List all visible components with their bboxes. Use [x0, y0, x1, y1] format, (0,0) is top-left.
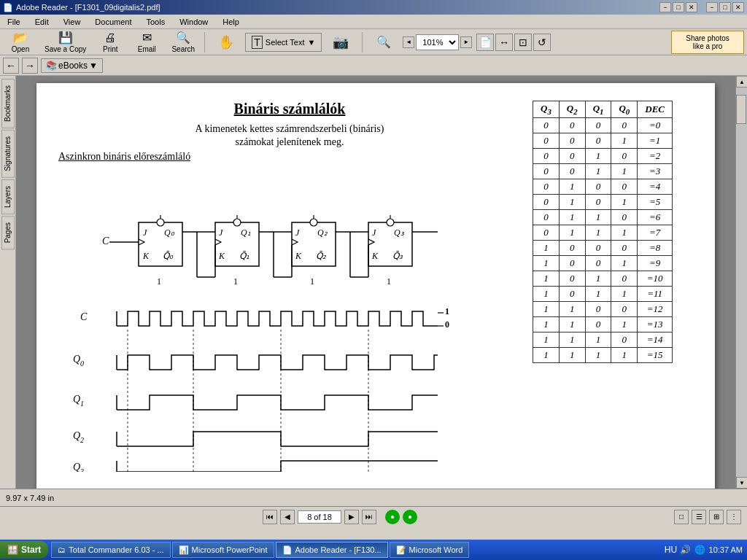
menu-window[interactable]: Window [175, 16, 212, 28]
table-cell: 1 [533, 271, 560, 286]
table-cell: 0 [559, 117, 585, 133]
total-commander-label: Total Commander 6.03 - ... [69, 545, 163, 554]
table-row: 0111=7 [533, 225, 673, 240]
taskbar-adobe-reader[interactable]: 📄 Adobe Reader - [F130... [276, 542, 388, 558]
col-dec: DEC [638, 101, 673, 118]
share-photos-button[interactable]: Share photoslike a pro [671, 31, 744, 54]
close-button[interactable]: ✕ [686, 2, 697, 12]
secondary-toolbar: ← → 📚 eBooks ▼ [0, 55, 747, 76]
svg-text:2: 2 [80, 436, 84, 444]
word-label: Microsoft Word [409, 545, 463, 554]
select-text-button[interactable]: T Select Text ▼ [245, 33, 322, 52]
taskbar-word[interactable]: 📝 Microsoft Word [390, 542, 470, 558]
ebooks-button[interactable]: 📚 eBooks ▼ [41, 58, 103, 73]
close-button-2[interactable]: ✕ [732, 2, 744, 12]
table-cell: 0 [559, 240, 585, 255]
pdf-subtitle-1: A kimenetek kettes számrendszerbeli (bin… [58, 123, 521, 135]
first-page-button[interactable]: ⏮ [263, 510, 277, 524]
table-cell: 0 [533, 194, 560, 209]
table-cell: 1 [559, 225, 585, 240]
fit-width-button[interactable]: ↔ [495, 34, 513, 51]
last-page-button[interactable]: ⏭ [362, 510, 376, 524]
table-row: 1001=9 [533, 255, 673, 271]
keyboard-lang-indicator[interactable]: HU [665, 544, 677, 556]
system-tray: HU 🔊 🌐 10:37 AM [665, 544, 747, 556]
snapshot-button[interactable]: 📷 [323, 31, 358, 54]
start-button[interactable]: 🪟 Start [0, 541, 48, 559]
volume-icon[interactable]: 🔊 [680, 544, 692, 556]
bookmarks-tab[interactable]: Bookmarks [1, 79, 15, 128]
taskbar-powerpoint[interactable]: 📊 Microsoft PowerPoint [172, 542, 274, 558]
menu-view[interactable]: View [59, 16, 85, 28]
menu-edit[interactable]: Edit [31, 16, 53, 28]
table-cell: 0 [559, 271, 585, 286]
zoom-minus-button[interactable]: ◄ [403, 36, 414, 48]
scroll-down-button[interactable]: ▼ [736, 477, 747, 489]
continuous-button[interactable]: ☰ [692, 510, 706, 524]
rotate-button[interactable]: ↺ [533, 34, 551, 51]
taskbar-total-commander[interactable]: 🗂 Total Commander 6.03 - ... [51, 542, 170, 558]
prev-page-button[interactable]: ◀ [280, 510, 295, 524]
maximize-button[interactable]: □ [673, 2, 684, 12]
zoom-in-button[interactable]: 🔍 [366, 31, 401, 54]
table-cell: 0 [611, 332, 638, 347]
full-screen-button[interactable]: ⊡ [514, 34, 532, 51]
table-cell: 0 [585, 133, 611, 148]
table-cell: 1 [533, 286, 560, 301]
col-q1: Q1 [585, 101, 611, 118]
table-cell: =7 [638, 225, 673, 240]
scroll-thumb[interactable] [736, 95, 746, 124]
pdf-area[interactable]: Bináris számlálók A kimenetek kettes szá… [16, 76, 735, 489]
two-page-button[interactable]: ⊞ [709, 510, 724, 524]
zoom-select[interactable]: 101% 75% 100% 125% 150% [416, 34, 459, 50]
forward-button[interactable]: → [22, 58, 38, 74]
open-button[interactable]: 📂 Open [3, 31, 38, 54]
main-area: Bookmarks Signatures Layers Pages Binári… [0, 76, 747, 489]
text-cursor-icon: T [252, 36, 263, 49]
menu-help[interactable]: Help [218, 16, 244, 28]
scroll-up-button[interactable]: ▲ [736, 76, 747, 88]
table-cell: 0 [585, 255, 611, 271]
svg-text:1: 1 [310, 276, 314, 287]
single-page-button[interactable]: □ [674, 510, 689, 524]
pdf-page: Bináris számlálók A kimenetek kettes szá… [36, 83, 715, 489]
separator-2 [362, 32, 363, 52]
next-page-button[interactable]: ▶ [344, 510, 359, 524]
table-cell: 0 [611, 301, 638, 316]
svg-text:J: J [219, 228, 223, 238]
hand-tool-button[interactable]: ✋ [209, 31, 244, 54]
table-cell: 0 [585, 194, 611, 209]
print-button[interactable]: 🖨 Print [93, 31, 128, 54]
scroll-track[interactable] [736, 88, 747, 477]
table-cell: 1 [559, 316, 585, 332]
app-icon: 📄 [3, 3, 13, 12]
email-button[interactable]: ✉ Email [129, 31, 164, 54]
signatures-tab[interactable]: Signatures [1, 130, 15, 178]
audio-button[interactable]: ● [385, 510, 400, 524]
continuous-facing-button[interactable]: ⋮ [727, 510, 741, 524]
zoom-plus-button[interactable]: ► [460, 36, 472, 48]
network-icon[interactable]: 🌐 [694, 544, 706, 556]
menu-tools[interactable]: Tools [142, 16, 170, 28]
minimize-button-2[interactable]: − [706, 2, 718, 12]
fit-page-button[interactable]: 📄 [476, 34, 494, 51]
search-button[interactable]: 🔍 Search [166, 31, 201, 54]
pdf-subtitle-2: számokat jelenítenek meg. [58, 136, 521, 148]
menu-document[interactable]: Document [90, 16, 136, 28]
page-indicator[interactable]: 8 of 18 [298, 510, 341, 524]
table-row: 1110=14 [533, 332, 673, 347]
pages-tab[interactable]: Pages [1, 216, 15, 249]
clock: 10:37 AM [709, 545, 743, 554]
table-cell: 1 [611, 163, 638, 179]
maximize-button-2[interactable]: □ [719, 2, 731, 12]
back-button[interactable]: ← [3, 58, 19, 74]
vertical-scrollbar[interactable]: ▲ ▼ [735, 76, 747, 489]
minimize-button[interactable]: − [659, 2, 671, 12]
save-copy-button[interactable]: 💾 Save a Copy [39, 31, 91, 54]
menu-file[interactable]: File [3, 16, 25, 28]
record-button[interactable]: ● [403, 510, 417, 524]
table-row: 0001=1 [533, 133, 673, 148]
circuit-svg: C J Q₀ K Q̄₀ [58, 171, 496, 288]
svg-text:0: 0 [445, 319, 449, 330]
layers-tab[interactable]: Layers [1, 179, 15, 214]
